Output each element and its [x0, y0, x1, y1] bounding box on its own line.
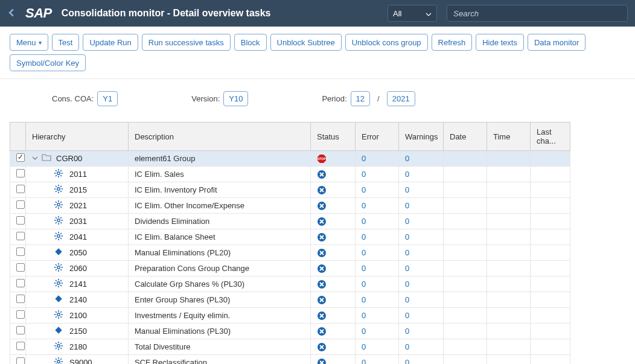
error-cell[interactable]: 0 [356, 151, 399, 167]
error-cell[interactable]: 0 [356, 308, 399, 324]
error-cell[interactable]: 0 [356, 229, 399, 245]
error-cell[interactable]: 0 [356, 339, 399, 355]
warnings-cell[interactable]: 0 [399, 355, 444, 365]
row-checkbox-cell[interactable] [10, 276, 26, 292]
table-row[interactable]: 2041IC Elim. Balance Sheet00 [10, 229, 570, 245]
row-checkbox[interactable] [16, 216, 25, 225]
column-header-last-changed[interactable]: Last cha... [531, 123, 570, 151]
error-link[interactable]: 0 [362, 154, 366, 163]
row-checkbox[interactable] [16, 342, 25, 350]
row-checkbox-cell[interactable] [10, 355, 26, 365]
error-cell[interactable]: 0 [356, 261, 399, 276]
error-link[interactable]: 0 [362, 342, 366, 351]
table-row[interactable]: 2031Dividends Elimination00 [10, 214, 570, 229]
table-row[interactable]: 2011IC Elim. Sales00 [10, 167, 570, 182]
warnings-link[interactable]: 0 [405, 342, 409, 351]
error-link[interactable]: 0 [362, 295, 366, 304]
table-row[interactable]: 2150Manual Eliminations (PL30)00 [10, 324, 570, 339]
version-field[interactable]: Y10 [223, 91, 248, 106]
column-header-error[interactable]: Error [356, 123, 399, 151]
warnings-link[interactable]: 0 [405, 264, 409, 273]
row-checkbox-cell[interactable] [10, 308, 26, 324]
row-checkbox-cell[interactable] [10, 324, 26, 339]
error-link[interactable]: 0 [362, 311, 366, 320]
error-cell[interactable]: 0 [356, 245, 399, 261]
symbol-color-key-button[interactable]: Symbol/Color Key [10, 54, 86, 71]
update-run-button[interactable]: Update Run [83, 34, 138, 51]
row-checkbox-cell[interactable] [10, 245, 26, 261]
error-link[interactable]: 0 [362, 279, 366, 289]
warnings-cell[interactable]: 0 [399, 324, 444, 339]
table-row[interactable]: CGR00element61 Group00 [10, 151, 570, 167]
row-checkbox-cell[interactable] [10, 261, 26, 276]
table-row[interactable]: S9000SCF Reclassification00 [10, 355, 570, 365]
warnings-link[interactable]: 0 [405, 170, 409, 179]
error-cell[interactable]: 0 [356, 182, 399, 198]
warnings-link[interactable]: 0 [405, 248, 409, 257]
error-link[interactable]: 0 [362, 327, 366, 336]
row-checkbox[interactable] [16, 200, 25, 209]
data-monitor-button[interactable]: Data monitor [528, 34, 586, 51]
row-checkbox[interactable] [16, 279, 25, 287]
warnings-cell[interactable]: 0 [399, 261, 444, 276]
table-row[interactable]: 2015IC Elim. Inventory Profit00 [10, 182, 570, 198]
warnings-cell[interactable]: 0 [399, 339, 444, 355]
back-icon[interactable] [7, 8, 16, 19]
error-cell[interactable]: 0 [356, 276, 399, 292]
table-row[interactable]: 2021IC Elim. Other Income/Expense00 [10, 198, 570, 214]
test-button[interactable]: Test [52, 34, 80, 51]
warnings-cell[interactable]: 0 [399, 229, 444, 245]
row-checkbox[interactable] [16, 357, 25, 364]
run-successive-tasks-button[interactable]: Run successive tasks [142, 34, 231, 51]
tree-toggle-icon[interactable] [32, 155, 38, 162]
column-header-hierarchy[interactable]: Hierarchy [26, 123, 129, 151]
warnings-link[interactable]: 0 [405, 232, 409, 241]
table-row[interactable]: 2060Preparation Cons Group Change00 [10, 261, 570, 276]
column-header-checkbox[interactable] [10, 123, 26, 151]
warnings-link[interactable]: 0 [405, 295, 409, 304]
row-checkbox-cell[interactable] [10, 214, 26, 229]
warnings-link[interactable]: 0 [405, 279, 409, 289]
period-field[interactable]: 12 [351, 91, 370, 106]
table-row[interactable]: 2140Enter Group Shares (PL30)00 [10, 292, 570, 308]
warnings-cell[interactable]: 0 [399, 214, 444, 229]
error-cell[interactable]: 0 [356, 324, 399, 339]
row-checkbox[interactable] [16, 326, 25, 334]
search-input[interactable] [447, 5, 628, 22]
column-header-description[interactable]: Description [129, 123, 311, 151]
error-link[interactable]: 0 [362, 170, 366, 179]
refresh-button[interactable]: Refresh [432, 34, 473, 51]
warnings-cell[interactable]: 0 [399, 182, 444, 198]
error-link[interactable]: 0 [362, 201, 366, 210]
row-checkbox[interactable] [16, 310, 25, 319]
unblock-subtree-button[interactable]: Unblock Subtree [270, 34, 342, 51]
error-cell[interactable]: 0 [356, 198, 399, 214]
row-checkbox-cell[interactable] [10, 167, 26, 182]
warnings-cell[interactable]: 0 [399, 292, 444, 308]
column-header-warnings[interactable]: Warnings [399, 123, 444, 151]
error-cell[interactable]: 0 [356, 292, 399, 308]
warnings-link[interactable]: 0 [405, 185, 409, 194]
unblock-cons-group-button[interactable]: Unblock cons group [345, 34, 428, 51]
error-link[interactable]: 0 [362, 185, 366, 194]
table-row[interactable]: 2180Total Divestiture00 [10, 339, 570, 355]
table-row[interactable]: 2100Investments / Equity elimin.00 [10, 308, 570, 324]
row-checkbox[interactable] [16, 169, 25, 177]
cons-coa-field[interactable]: Y1 [97, 91, 118, 106]
menu-button[interactable]: Menu ▾ [10, 34, 48, 51]
warnings-cell[interactable]: 0 [399, 151, 444, 167]
warnings-link[interactable]: 0 [405, 311, 409, 320]
row-checkbox[interactable] [16, 153, 25, 162]
warnings-link[interactable]: 0 [405, 154, 409, 163]
row-checkbox[interactable] [16, 185, 25, 193]
row-checkbox[interactable] [16, 232, 25, 240]
warnings-link[interactable]: 0 [405, 327, 409, 336]
row-checkbox-cell[interactable] [10, 339, 26, 355]
warnings-cell[interactable]: 0 [399, 276, 444, 292]
error-cell[interactable]: 0 [356, 167, 399, 182]
error-cell[interactable]: 0 [356, 355, 399, 365]
error-link[interactable]: 0 [362, 217, 366, 226]
block-button[interactable]: Block [234, 34, 267, 51]
error-link[interactable]: 0 [362, 264, 366, 273]
warnings-link[interactable]: 0 [405, 358, 409, 364]
